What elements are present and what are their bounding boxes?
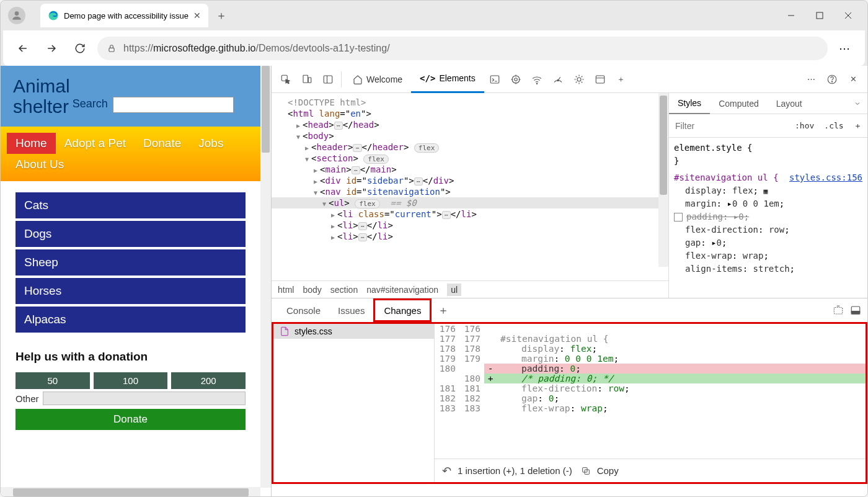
nav-jobs[interactable]: Jobs	[190, 133, 232, 154]
drawer-tab-changes[interactable]: Changes	[373, 298, 432, 322]
flex-badge-icon[interactable]: ▦	[763, 187, 768, 195]
svg-point-17	[577, 78, 581, 81]
svg-rect-9	[308, 78, 311, 83]
tab-sources-icon[interactable]	[505, 69, 526, 90]
drawer-tab-console[interactable]: Console	[278, 298, 329, 322]
styles-body[interactable]: element.style { } #sitenavigation ul { s…	[669, 138, 867, 298]
minimize-button[interactable]	[777, 6, 805, 25]
site-title: Animalshelter	[13, 76, 70, 117]
drawer-body: styles.css 176176 177177#sitenavigation …	[272, 322, 867, 484]
tab-computed[interactable]: Computed	[710, 93, 768, 114]
drawer-add-tab-icon[interactable]: ＋	[432, 303, 455, 318]
nav-donate[interactable]: Donate	[135, 133, 190, 154]
new-tab-button[interactable]: ＋	[216, 8, 227, 23]
svg-rect-12	[490, 76, 499, 83]
svg-rect-25	[851, 311, 860, 315]
nav-about[interactable]: About Us	[7, 154, 73, 175]
svg-rect-10	[324, 76, 332, 83]
maximize-button[interactable]	[805, 6, 834, 25]
dom-pane: <!DOCTYPE html> <html lang="en"> <head>⋯…	[272, 93, 669, 298]
donation-heading: Help us with a donation	[16, 350, 246, 364]
cls-toggle[interactable]: .cls	[819, 121, 848, 130]
drawer-tab-issues[interactable]: Issues	[329, 298, 373, 322]
address-bar[interactable]: https://microsoftedge.github.io/Demos/de…	[97, 37, 828, 60]
donation-50[interactable]: 50	[16, 372, 90, 389]
nav-adopt[interactable]: Adopt a Pet	[56, 133, 135, 154]
tab-network-icon[interactable]	[526, 69, 547, 90]
drawer-expand-icon[interactable]	[833, 305, 844, 316]
search-input[interactable]	[113, 97, 234, 113]
page-scrollbar-horizontal[interactable]	[1, 487, 260, 497]
copy-label[interactable]: Copy	[597, 465, 619, 476]
tab-welcome[interactable]: Welcome	[344, 66, 411, 93]
devtools-main: <!DOCTYPE html> <html lang="en"> <head>⋯…	[272, 93, 867, 298]
code-icon: </>	[420, 73, 435, 83]
source-link[interactable]: styles.css:156	[789, 171, 862, 184]
category-cats[interactable]: Cats	[16, 192, 246, 218]
profile-icon[interactable]	[8, 7, 25, 24]
property-checkbox[interactable]	[674, 213, 683, 222]
tab-layout[interactable]: Layout	[768, 93, 811, 114]
tab-close-icon[interactable]: ✕	[193, 11, 201, 20]
devtools-toolbar: Welcome </> Elements ＋ ⋯ ✕	[272, 66, 867, 93]
category-alpacas[interactable]: Alpacas	[16, 307, 246, 333]
diff-status-bar: ↶ 1 insertion (+), 1 deletion (-) Copy	[435, 459, 866, 482]
browser-tab[interactable]: Demo page with accessibility issue ✕	[40, 4, 208, 27]
refresh-button[interactable]	[69, 37, 91, 60]
site-navigation: Home Adopt a Pet Donate Jobs About Us	[1, 127, 260, 181]
tab-styles[interactable]: Styles	[669, 93, 710, 114]
hov-toggle[interactable]: :hov	[790, 121, 819, 130]
diff-area: 176176 177177#sitenavigation ul { 178178…	[435, 324, 866, 482]
styles-filter-bar: :hov .cls ＋	[669, 114, 867, 138]
tab-memory-icon[interactable]	[569, 69, 590, 90]
file-item[interactable]: styles.css	[273, 324, 434, 339]
tab-performance-icon[interactable]	[547, 69, 569, 90]
undo-icon[interactable]: ↶	[442, 464, 451, 478]
nav-home[interactable]: Home	[7, 133, 56, 154]
donate-button[interactable]: Donate	[16, 409, 246, 430]
home-icon	[353, 74, 363, 84]
tab-elements[interactable]: </> Elements	[411, 66, 484, 93]
svg-point-14	[512, 76, 520, 83]
tab-application-icon[interactable]	[590, 69, 611, 90]
drawer-dock-icon[interactable]	[850, 305, 861, 316]
donation-100[interactable]: 100	[94, 372, 168, 389]
new-rule-icon[interactable]: ＋	[849, 120, 867, 132]
copy-icon[interactable]	[581, 466, 591, 476]
styles-pane: Styles Computed Layout :hov .cls ＋ eleme…	[669, 93, 867, 298]
changes-file-list: styles.css	[273, 324, 435, 482]
diff-lines[interactable]: 176176 177177#sitenavigation ul { 178178…	[435, 324, 866, 459]
breadcrumb[interactable]: html body section nav#sitenavigation ul	[272, 280, 668, 298]
dom-scrollbar[interactable]	[658, 93, 668, 267]
help-icon[interactable]	[822, 69, 843, 90]
svg-point-0	[15, 11, 19, 16]
devtools: Welcome </> Elements ＋ ⋯ ✕ <!DOCTYPE ht	[271, 66, 867, 497]
device-icon[interactable]	[296, 69, 317, 90]
tab-console-icon[interactable]	[484, 69, 505, 90]
category-sheep[interactable]: Sheep	[16, 249, 246, 275]
back-button[interactable]	[12, 37, 34, 60]
svg-rect-3	[817, 12, 823, 19]
browser-toolbar: https://microsoftedge.github.io/Demos/de…	[3, 30, 865, 66]
other-label: Other	[16, 393, 39, 404]
page-scrollbar-vertical[interactable]	[260, 66, 271, 488]
more-tabs-icon[interactable]: ＋	[611, 69, 632, 90]
category-list: Cats Dogs Sheep Horses Alpacas	[1, 181, 260, 346]
dom-tree[interactable]: <!DOCTYPE html> <html lang="en"> <head>⋯…	[272, 93, 668, 280]
category-dogs[interactable]: Dogs	[16, 221, 246, 247]
page-viewport: Animalshelter Search Home Adopt a Pet Do…	[1, 66, 271, 497]
styles-expand-icon[interactable]	[848, 100, 867, 107]
inspect-icon[interactable]	[275, 69, 296, 90]
other-amount-input[interactable]	[43, 392, 246, 405]
devtools-close-icon[interactable]: ✕	[843, 69, 864, 90]
url-text: https://microsoftedge.github.io/Demos/de…	[123, 43, 818, 54]
dock-icon[interactable]	[317, 69, 339, 90]
devtools-more-icon[interactable]: ⋯	[800, 69, 822, 90]
donation-200[interactable]: 200	[171, 372, 246, 389]
styles-filter-input[interactable]	[669, 121, 790, 131]
browser-menu-icon[interactable]: ⋯	[834, 37, 856, 60]
category-horses[interactable]: Horses	[16, 278, 246, 304]
titlebar: Demo page with accessibility issue ✕ ＋	[1, 1, 867, 30]
close-window-button[interactable]	[834, 6, 862, 25]
forward-button[interactable]	[40, 37, 63, 60]
